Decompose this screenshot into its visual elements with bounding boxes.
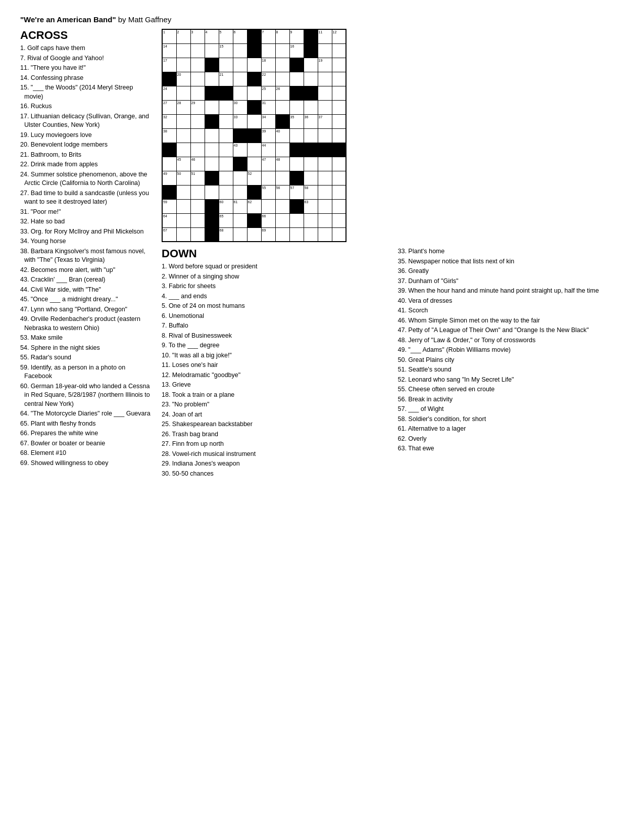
cell-12-9 xyxy=(289,199,304,213)
cell-2-12 xyxy=(332,58,346,72)
cell-14-3 xyxy=(205,227,219,242)
cell-4-7: 25 xyxy=(261,86,275,100)
cell-10-8 xyxy=(275,171,289,185)
cell-7-12 xyxy=(332,128,346,143)
cell-8-7: 44 xyxy=(261,143,275,157)
cell-3-8 xyxy=(275,72,289,86)
cell-9-1: 45 xyxy=(176,157,190,171)
cell-5-8 xyxy=(275,100,289,114)
down-clue: 7. Buffalo xyxy=(162,321,388,331)
across-clue: 34. Young horse xyxy=(20,237,152,246)
cell-12-7 xyxy=(261,199,275,213)
cell-11-1 xyxy=(176,185,190,199)
down-clues-col1: DOWN 1. Word before squad or president2.… xyxy=(162,247,388,479)
cell-1-11 xyxy=(318,43,332,58)
across-clues-panel: ACROSS 1. Golf caps have them7. Rival of… xyxy=(20,29,152,469)
cell-4-6 xyxy=(247,86,261,100)
crossword-grid-area: 1234567891112141516171819202122242526272… xyxy=(162,29,624,242)
cell-2-1 xyxy=(176,58,190,72)
cell-5-11 xyxy=(318,100,332,114)
cell-0-4: 5 xyxy=(219,29,233,43)
cell-4-2 xyxy=(190,86,205,100)
cell-11-10: 58 xyxy=(304,185,318,199)
cell-14-4: 68 xyxy=(219,227,233,242)
cell-4-10 xyxy=(304,86,318,100)
down-clue: 49. "___ Adams" (Robin Williams movie) xyxy=(398,346,624,355)
across-clue: 20. Benevolent lodge members xyxy=(20,141,152,150)
cell-7-1 xyxy=(176,128,190,143)
across-clue: 43. Cracklin' ___ Bran (cereal) xyxy=(20,275,152,285)
cell-3-12 xyxy=(332,72,346,86)
cell-9-10 xyxy=(304,157,318,171)
cell-2-3 xyxy=(205,58,219,72)
cell-1-7 xyxy=(261,43,275,58)
cell-12-4: 60 xyxy=(219,199,233,213)
cell-8-3 xyxy=(205,143,219,157)
cell-1-12 xyxy=(332,43,346,58)
cell-7-8: 40 xyxy=(275,128,289,143)
cell-12-11 xyxy=(318,199,332,213)
cell-0-12: 12 xyxy=(332,29,346,43)
puzzle-title: "We're an American Band" xyxy=(20,15,116,24)
cell-12-5: 61 xyxy=(233,199,247,213)
cell-8-9 xyxy=(289,143,304,157)
cell-0-0: 1 xyxy=(162,29,176,43)
across-clue: 33. Org. for Rory McIlroy and Phil Micke… xyxy=(20,227,152,237)
across-clue: 14. Confessing phrase xyxy=(20,74,152,83)
down-clue: 41. Scorch xyxy=(398,306,624,315)
across-clue: 19. Lucy moviegoers love xyxy=(20,131,152,140)
down-clue: 50. Great Plains city xyxy=(398,356,624,365)
down-clue: 52. Leonard who sang "In My Secret Life" xyxy=(398,376,624,385)
cell-14-1 xyxy=(176,227,190,242)
bottom-clues: DOWN 1. Word before squad or president2.… xyxy=(162,247,624,479)
down-clue: 58. Soldier's condition, for short xyxy=(398,415,624,424)
cell-9-3 xyxy=(205,157,219,171)
cell-8-12 xyxy=(332,143,346,157)
cell-10-6: 52 xyxy=(247,171,261,185)
cell-9-2: 46 xyxy=(190,157,205,171)
cell-9-7: 47 xyxy=(261,157,275,171)
cell-0-11: 11 xyxy=(318,29,332,43)
cell-8-5: 43 xyxy=(233,143,247,157)
cell-9-11 xyxy=(318,157,332,171)
down-clue: 10. "It was all a big joke!" xyxy=(162,351,388,360)
cell-1-5 xyxy=(233,43,247,58)
across-clue: 15. "___ the Woods" (2014 Meryl Streep m… xyxy=(20,83,152,101)
across-clue: 60. German 18-year-old who landed a Cess… xyxy=(20,382,152,409)
cell-13-10 xyxy=(304,213,318,227)
cell-11-4 xyxy=(219,185,233,199)
cell-12-6: 62 xyxy=(247,199,261,213)
cell-12-3 xyxy=(205,199,219,213)
cell-7-3 xyxy=(205,128,219,143)
cell-9-8: 48 xyxy=(275,157,289,171)
cell-1-9: 16 xyxy=(289,43,304,58)
cell-11-6 xyxy=(247,185,261,199)
down-clue: 40. Vera of dresses xyxy=(398,297,624,306)
cell-3-7: 22 xyxy=(261,72,275,86)
down-clue: 63. That ewe xyxy=(398,444,624,453)
cell-7-0: 38 xyxy=(162,128,176,143)
down-clue: 6. Unemotional xyxy=(162,312,388,321)
cell-5-0: 27 xyxy=(162,100,176,114)
cell-11-5 xyxy=(233,185,247,199)
cell-6-0: 32 xyxy=(162,114,176,128)
cell-14-9 xyxy=(289,227,304,242)
cell-6-7: 34 xyxy=(261,114,275,128)
down-clue: 5. One of 24 on most humans xyxy=(162,302,388,311)
cell-0-6 xyxy=(247,29,261,43)
cell-6-11: 37 xyxy=(318,114,332,128)
cell-10-5 xyxy=(233,171,247,185)
cell-1-6 xyxy=(247,43,261,58)
down-clues-list-2: 33. Plant's home35. Newspaper notice tha… xyxy=(398,247,624,453)
down-clue: 46. Whom Simple Simon met on the way to … xyxy=(398,316,624,326)
cell-2-10 xyxy=(304,58,318,72)
cell-2-7: 18 xyxy=(261,58,275,72)
cell-12-0: 59 xyxy=(162,199,176,213)
down-clue: 18. Took a train or a plane xyxy=(162,391,388,400)
cell-3-10 xyxy=(304,72,318,86)
cell-1-0: 14 xyxy=(162,43,176,58)
cell-6-5: 33 xyxy=(233,114,247,128)
across-clue: 59. Identify, as a person in a photo on … xyxy=(20,363,152,381)
down-clue: 36. Greatly xyxy=(398,267,624,276)
across-clue: 45. "Once ___ a midnight dreary..." xyxy=(20,295,152,304)
